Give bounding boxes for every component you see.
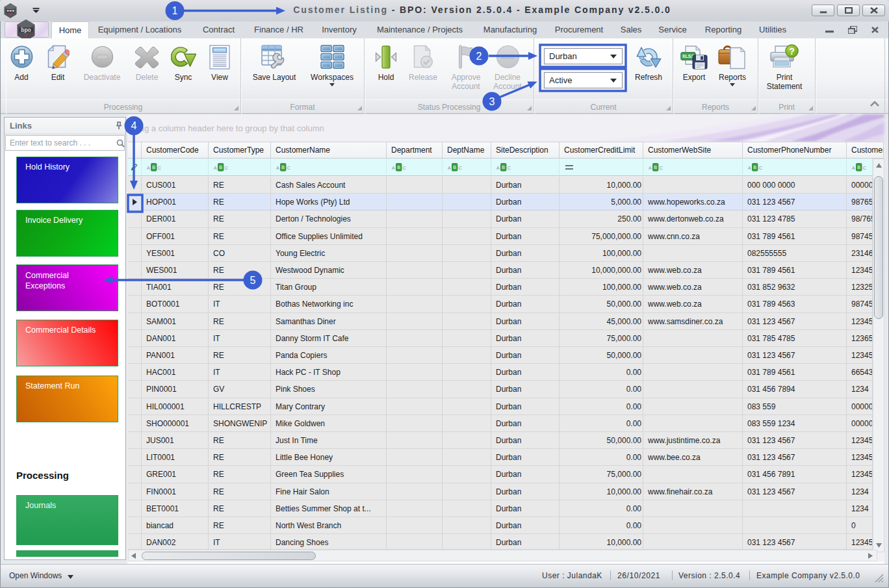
svg-text:C: C bbox=[459, 166, 462, 170]
svg-text:B: B bbox=[753, 165, 756, 170]
svg-text:B: B bbox=[453, 165, 456, 170]
svg-text:A: A bbox=[214, 166, 217, 170]
svg-text:bpo: bpo bbox=[21, 27, 31, 33]
svg-text:C: C bbox=[403, 166, 406, 170]
svg-text:C: C bbox=[225, 166, 228, 170]
svg-text:A: A bbox=[649, 166, 652, 170]
svg-text:A: A bbox=[147, 166, 150, 170]
svg-text:?: ? bbox=[789, 45, 795, 56]
svg-text:C: C bbox=[759, 166, 762, 170]
svg-text:C: C bbox=[287, 166, 290, 170]
svg-text:A: A bbox=[496, 166, 500, 170]
svg-text:B: B bbox=[857, 165, 860, 170]
svg-text:B: B bbox=[152, 165, 155, 170]
svg-text:B: B bbox=[281, 165, 285, 170]
svg-text:C: C bbox=[158, 166, 161, 170]
svg-text:A: A bbox=[392, 166, 395, 170]
svg-text:A: A bbox=[448, 166, 451, 170]
svg-text:A: A bbox=[276, 166, 279, 170]
svg-text:C: C bbox=[508, 166, 511, 170]
svg-text:B: B bbox=[397, 165, 400, 170]
svg-text:B: B bbox=[219, 165, 222, 170]
svg-text:A: A bbox=[852, 166, 855, 170]
svg-text:C: C bbox=[863, 166, 866, 170]
svg-text:B: B bbox=[502, 165, 505, 170]
svg-text:A: A bbox=[748, 166, 751, 170]
svg-text:C: C bbox=[660, 166, 663, 170]
svg-text:B: B bbox=[654, 165, 657, 170]
